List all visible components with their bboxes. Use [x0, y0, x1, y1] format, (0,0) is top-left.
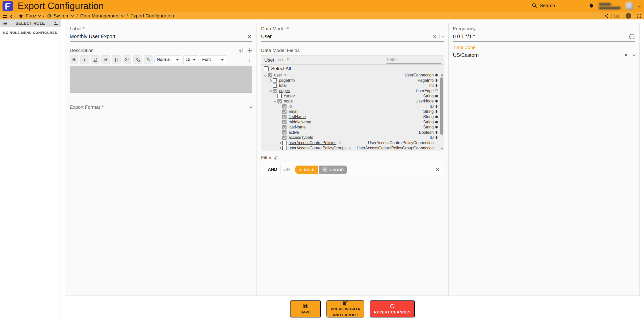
filter-eye-icon[interactable] [274, 156, 278, 160]
assign-role-person-icon[interactable] [53, 21, 59, 26]
clear-timezone-icon[interactable]: × [623, 52, 629, 58]
edit-pencil-icon[interactable]: ✎ [338, 141, 341, 145]
field-checkbox-id[interactable] [282, 104, 287, 109]
frequency-field[interactable]: 0 0 1 */1 * [453, 32, 635, 42]
underline-button[interactable]: U [91, 55, 99, 64]
clock-icon[interactable] [629, 33, 635, 40]
field-checkbox-edges[interactable] [273, 89, 277, 93]
field-name[interactable]: cursor [284, 94, 295, 98]
field-checkbox-userAccessControlPolicies[interactable] [282, 141, 287, 145]
field-name[interactable]: id [289, 104, 292, 109]
paragraph-style-select[interactable]: Normal [154, 55, 181, 64]
font-family-select[interactable]: Font [200, 55, 226, 64]
field-checkbox-active[interactable] [282, 130, 287, 135]
field-checkbox-lastName[interactable] [282, 125, 287, 129]
user-menu-chevron-icon[interactable] [638, 4, 641, 7]
revert-changes-button[interactable]: REVERT CHANGES [370, 300, 415, 317]
timezone-select[interactable]: US/Eastern × [453, 50, 635, 60]
notifications-bell-icon[interactable] [588, 3, 594, 9]
description-editor-area[interactable] [70, 66, 252, 93]
and-toggle[interactable]: AND [265, 167, 280, 172]
field-name[interactable]: user [274, 73, 282, 77]
clear-data-model-icon[interactable]: × [432, 34, 437, 40]
add-group-button[interactable]: + GROUP [319, 166, 347, 174]
dollar-icon[interactable]: $ [287, 58, 289, 63]
add-rule-button[interactable]: + RULE [295, 166, 318, 174]
menu-hamburger-icon[interactable]: ☰ [3, 13, 8, 19]
bold-button[interactable]: B [70, 55, 78, 64]
scroll-down-icon[interactable] [441, 148, 443, 150]
tree-scrollbar[interactable] [440, 73, 443, 150]
or-toggle[interactable]: OR [280, 167, 293, 172]
search-input[interactable]: Search [531, 2, 584, 10]
toolbar-more-icon[interactable]: ⋮ [247, 57, 252, 63]
italic-button[interactable]: I [80, 55, 89, 64]
share-icon[interactable] [604, 13, 609, 18]
expand-chevron-icon[interactable] [278, 141, 281, 145]
collapse-chevron-icon[interactable] [273, 99, 277, 102]
help-icon[interactable]: ? [626, 13, 631, 19]
subscript-button[interactable]: X₂ [133, 55, 142, 64]
label-field[interactable]: Monthly User Export × [70, 32, 252, 42]
field-name[interactable]: userAccessControlPolicyGroups [289, 146, 346, 150]
expand-chevron-icon[interactable] [278, 146, 281, 150]
data-model-select[interactable]: User × [261, 32, 444, 42]
field-name[interactable]: edges [279, 89, 290, 93]
frequency-value[interactable]: 0 0 1 */1 * [453, 34, 629, 39]
preview-eye-icon[interactable] [235, 48, 244, 53]
collapse-chevron-icon[interactable] [264, 73, 267, 77]
field-checkbox-email[interactable] [282, 110, 287, 114]
field-checkbox-accessTypeId[interactable] [282, 136, 287, 140]
field-checkbox-firstName[interactable] [282, 115, 287, 119]
edit-pencil-icon[interactable]: ✎ [348, 146, 351, 150]
select-all-row[interactable]: Select All [261, 65, 444, 73]
field-name[interactable]: userAccessControlPolicies [289, 141, 336, 145]
label-field-value[interactable]: Monthly User Export [70, 34, 247, 39]
field-name[interactable]: accessTypeId [289, 135, 313, 140]
role-list-icon[interactable] [2, 21, 8, 26]
collapse-chevron-icon[interactable] [269, 89, 272, 92]
field-checkbox-pageInfo[interactable] [273, 78, 277, 83]
field-checkbox-total[interactable] [273, 84, 277, 88]
chevron-down-icon[interactable] [249, 105, 253, 109]
scroll-up-icon[interactable] [441, 74, 443, 76]
field-name[interactable]: pageInfo [279, 78, 295, 83]
field-name[interactable]: lastName [289, 125, 306, 129]
fullscreen-icon[interactable] [636, 13, 641, 18]
user-avatar[interactable] [625, 2, 634, 10]
code-brackets-button[interactable]: {} [112, 55, 121, 64]
field-name[interactable]: active [289, 130, 299, 135]
export-format-select[interactable]: Export Format * [70, 102, 252, 112]
remove-filter-icon[interactable]: × [435, 167, 440, 173]
clear-label-icon[interactable]: × [247, 34, 252, 40]
code-icon[interactable]: </> [277, 58, 284, 63]
timezone-value[interactable]: US/Eastern [453, 52, 623, 58]
field-checkbox-middleName[interactable] [282, 120, 287, 124]
strikethrough-button[interactable]: S [101, 55, 110, 64]
select-all-checkbox[interactable] [264, 66, 269, 71]
preview-data-export-button[interactable]: PREVIEW DATA AND EXPORT [326, 300, 364, 317]
chevron-down-icon[interactable] [632, 53, 636, 56]
scrollbar-thumb[interactable] [440, 77, 443, 135]
fields-filter-input[interactable]: Filter [387, 57, 441, 64]
data-model-value[interactable]: User [261, 34, 432, 39]
breadcrumb-item-data-management[interactable]: Data Management [80, 13, 124, 19]
breadcrumb-item-system[interactable]: ⚙ System [47, 13, 74, 19]
expand-chevron-icon[interactable] [269, 79, 272, 82]
field-name[interactable]: total [279, 83, 287, 88]
save-button[interactable]: SAVE [290, 300, 321, 317]
field-name[interactable]: node [284, 99, 293, 103]
move-resize-icon[interactable] [244, 48, 252, 53]
edit-pencil-icon[interactable]: ✎ [284, 73, 287, 77]
field-name[interactable]: email [289, 109, 298, 114]
chevron-down-icon[interactable] [441, 35, 445, 38]
field-name[interactable]: firstName [289, 115, 306, 119]
field-name[interactable]: middleName [289, 120, 311, 124]
font-size-select[interactable]: 12 [183, 55, 198, 64]
fuuz-logo-icon[interactable] [3, 1, 13, 11]
field-checkbox-node[interactable] [277, 99, 282, 103]
text-color-button[interactable]: ✎ [144, 55, 152, 64]
superscript-button[interactable]: X² [123, 55, 131, 64]
field-checkbox-userAccessControlPolicyGroups[interactable] [282, 146, 287, 150]
field-checkbox-user[interactable] [268, 73, 272, 77]
